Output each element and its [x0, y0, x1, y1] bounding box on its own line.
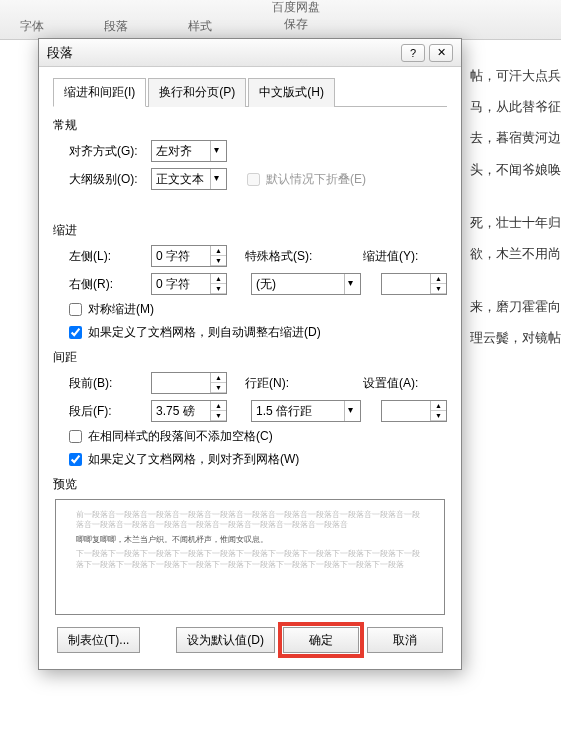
spacing-at-spinner[interactable]: ▲▼: [381, 400, 447, 422]
tab-indent-spacing[interactable]: 缩进和间距(I): [53, 78, 146, 107]
chevron-down-icon: [344, 274, 360, 294]
close-button[interactable]: ✕: [429, 44, 453, 62]
set-default-button[interactable]: 设为默认值(D): [176, 627, 275, 653]
ribbon-group-cloud-sub: 保存: [284, 18, 308, 35]
section-general: 常规: [53, 117, 447, 134]
paragraph-dialog: 段落 ? ✕ 缩进和间距(I) 换行和分页(P) 中文版式(H) 常规 对齐方式…: [38, 38, 462, 670]
indent-by-spinner[interactable]: ▲▼: [381, 273, 447, 295]
ribbon-group-styles: 样式: [188, 18, 212, 39]
outline-level-combo[interactable]: 正文文本: [151, 168, 227, 190]
mirror-indent-label: 对称缩进(M): [88, 301, 154, 318]
alignment-combo[interactable]: 左对齐: [151, 140, 227, 162]
line-spacing-combo[interactable]: 1.5 倍行距: [251, 400, 361, 422]
no-space-same-style-checkbox[interactable]: [69, 430, 82, 443]
space-after-label: 段后(F):: [69, 403, 145, 420]
section-preview: 预览: [53, 476, 447, 493]
collapse-label: 默认情况下折叠(E): [266, 171, 366, 188]
doc-line: 死，壮士十年归: [470, 207, 549, 238]
ribbon: 字体 段落 样式 百度网盘 保存: [0, 0, 561, 40]
ribbon-group-paragraph: 段落: [104, 18, 128, 39]
chevron-down-icon: [344, 401, 360, 421]
ok-button[interactable]: 确定: [283, 627, 359, 653]
snap-to-grid-checkbox[interactable]: [69, 453, 82, 466]
dialog-tabs: 缩进和间距(I) 换行和分页(P) 中文版式(H): [53, 77, 447, 107]
ribbon-group-cloud: 百度网盘: [272, 1, 320, 18]
special-format-combo[interactable]: (无): [251, 273, 361, 295]
outline-level-label: 大纲级别(O):: [69, 171, 145, 188]
preview-area: 前一段落音一段落音一段落音一段落音一段落音一段落音一段落音一段落音一段落音一段落…: [55, 499, 445, 615]
doc-line: 来，磨刀霍霍向: [470, 291, 549, 322]
indent-right-spinner[interactable]: 0 字符 ▲▼: [151, 273, 227, 295]
tab-line-page-breaks[interactable]: 换行和分页(P): [148, 78, 246, 107]
indent-left-spinner[interactable]: 0 字符 ▲▼: [151, 245, 227, 267]
help-button[interactable]: ?: [401, 44, 425, 62]
doc-line: 帖，可汗大点兵: [470, 60, 549, 91]
mirror-indent-checkbox[interactable]: [69, 303, 82, 316]
alignment-label: 对齐方式(G):: [69, 143, 145, 160]
chevron-down-icon: [210, 169, 226, 189]
dialog-titlebar[interactable]: 段落 ? ✕: [39, 39, 461, 67]
indent-right-label: 右侧(R):: [69, 276, 145, 293]
special-format-label: 特殊格式(S):: [233, 248, 317, 265]
dialog-title: 段落: [47, 44, 73, 62]
doc-line: 理云鬓，对镜帖: [470, 322, 549, 353]
doc-line: 欲，木兰不用尚: [470, 238, 549, 269]
tab-asian-typography[interactable]: 中文版式(H): [248, 78, 335, 107]
spacing-at-label: 设置值(A):: [363, 375, 447, 392]
space-before-label: 段前(B):: [69, 375, 145, 392]
ribbon-group-font: 字体: [20, 18, 44, 39]
doc-line: 头，不闻爷娘唤: [470, 154, 549, 185]
indent-left-label: 左侧(L):: [69, 248, 145, 265]
no-space-same-style-label: 在相同样式的段落间不添加空格(C): [88, 428, 273, 445]
cancel-button[interactable]: 取消: [367, 627, 443, 653]
space-after-spinner[interactable]: 3.75 磅 ▲▼: [151, 400, 227, 422]
auto-adjust-right-indent-label: 如果定义了文档网格，则自动调整右缩进(D): [88, 324, 321, 341]
space-before-spinner[interactable]: ▲▼: [151, 372, 227, 394]
line-spacing-label: 行距(N):: [233, 375, 317, 392]
chevron-down-icon: [210, 141, 226, 161]
snap-to-grid-label: 如果定义了文档网格，则对齐到网格(W): [88, 451, 299, 468]
auto-adjust-right-indent-checkbox[interactable]: [69, 326, 82, 339]
doc-line: 马，从此替爷征: [470, 91, 549, 122]
indent-by-label: 缩进值(Y):: [363, 248, 447, 265]
collapse-checkbox: [247, 173, 260, 186]
doc-line: 去，暮宿黄河边: [470, 122, 549, 153]
section-spacing: 间距: [53, 349, 447, 366]
tabs-button[interactable]: 制表位(T)...: [57, 627, 140, 653]
section-indent: 缩进: [53, 222, 447, 239]
